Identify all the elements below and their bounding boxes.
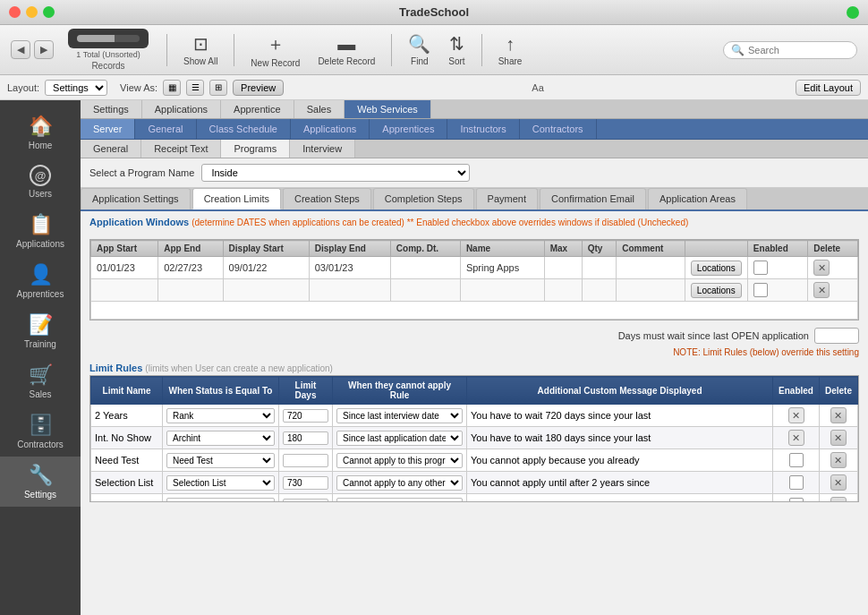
search-box: 🔍 (723, 41, 857, 59)
forward-button[interactable]: ▶ (34, 40, 54, 59)
tab2-apprentices[interactable]: Apprentices (370, 119, 447, 139)
limit-delete-btn-3[interactable]: ✕ (830, 452, 847, 468)
tab-apprentice[interactable]: Apprentice (221, 100, 294, 118)
back-button[interactable]: ◀ (11, 40, 30, 59)
preview-button[interactable]: Preview (233, 80, 284, 96)
show-all-action[interactable]: ⊡ Show All (178, 33, 223, 66)
share-action[interactable]: ↑ Share (493, 34, 528, 66)
limit-enabled-checkbox-3[interactable] (789, 453, 804, 467)
app-windows-table-scroll[interactable]: App Start App End Display Start Display … (90, 240, 858, 320)
view-card-button[interactable]: ▦ (163, 80, 181, 96)
limit-days-input-1[interactable] (283, 409, 328, 423)
sub-tab-confirmation-email[interactable]: Confirmation Email (540, 188, 646, 209)
sub-tab-application-areas[interactable]: Application Areas (648, 188, 747, 209)
view-list-button[interactable]: ☰ (186, 80, 204, 96)
close-button[interactable] (9, 6, 21, 18)
view-table-button[interactable]: ⊞ (209, 80, 227, 96)
tab2-class-schedule[interactable]: Class Schedule (197, 119, 291, 139)
delete-record-action[interactable]: ▬ Delete Record (312, 34, 380, 66)
limit-days-input-2[interactable] (283, 431, 328, 445)
sub-tab-payment[interactable]: Payment (476, 188, 538, 209)
locations-button-2[interactable]: Locations (691, 283, 742, 298)
tab2-general[interactable]: General (135, 119, 196, 139)
sidebar-item-training[interactable]: 📝 Training (0, 306, 81, 356)
tab-web-services[interactable]: Web Services (345, 100, 431, 118)
limit-status-select-2[interactable]: Archint (166, 431, 275, 446)
limit-status-select-3[interactable]: Need Test (166, 453, 275, 468)
records-progress-fill (77, 35, 115, 42)
limit-days-input-5[interactable] (283, 499, 328, 502)
limit-days-input-3[interactable] (283, 454, 328, 467)
limit-rules-scroll[interactable]: Limit Name When Status is Equal To Limit… (90, 376, 858, 501)
tab2-server[interactable]: Server (81, 119, 135, 139)
limit-status-select-5[interactable] (166, 498, 275, 502)
limit-col-days: Limit Days (279, 377, 333, 405)
qty-cell-2 (582, 279, 616, 302)
app-start-cell-2 (91, 279, 158, 302)
tab2-contractors[interactable]: Contractors (520, 119, 597, 139)
limit-rule-select-3[interactable]: Cannot apply to this program (336, 453, 463, 468)
sub-tab-creation-limits[interactable]: Creation Limits (192, 188, 281, 209)
col-comp-dt: Comp. Dt. (390, 241, 460, 257)
limit-rule-select-1[interactable]: Since last interview date (336, 408, 463, 423)
locations-button-1[interactable]: Locations (691, 261, 742, 276)
tab2-applications[interactable]: Applications (291, 119, 370, 139)
note-text: NOTE: Limit Rules (below) override this … (81, 347, 868, 357)
sidebar-item-home[interactable]: 🏠 Home (0, 107, 81, 158)
tab3-interview[interactable]: Interview (290, 140, 355, 158)
limit-rule-select-5[interactable] (336, 498, 463, 502)
sidebar-item-contractors[interactable]: 🗄️ Contractors (0, 406, 81, 457)
wait-days-input[interactable] (814, 328, 859, 344)
tab-sales[interactable]: Sales (294, 100, 345, 118)
tab3-general[interactable]: General (81, 140, 141, 158)
sub-tab-completion-steps[interactable]: Completion Steps (373, 188, 474, 209)
maximize-button[interactable] (43, 6, 55, 18)
limit-delete-2: ✕ (819, 427, 857, 449)
sub-tab-application-settings[interactable]: Application Settings (81, 188, 191, 209)
limit-enabled-checkbox-4[interactable] (789, 475, 804, 490)
enabled-checkbox-1[interactable] (753, 261, 768, 275)
tab-applications[interactable]: Applications (142, 100, 221, 118)
sidebar-item-apprentices[interactable]: 👤 Apprentices (0, 256, 81, 306)
sidebar-item-applications[interactable]: 📋 Applications (0, 206, 81, 256)
limit-rule-1: Since last interview date (333, 405, 467, 427)
new-record-action[interactable]: ＋ New Record (245, 32, 305, 68)
enabled-checkbox-2[interactable] (753, 283, 768, 297)
tab2-instructors[interactable]: Instructors (447, 119, 519, 139)
sort-action[interactable]: ⇅ Sort (443, 33, 470, 66)
new-record-icon: ＋ (267, 32, 285, 56)
tab3-receipt-text[interactable]: Receipt Text (141, 140, 221, 158)
program-select[interactable]: Inside Outside General (201, 164, 470, 182)
sub-tab-creation-steps[interactable]: Creation Steps (283, 188, 371, 209)
limit-enabled-btn-2[interactable]: ✕ (788, 430, 804, 446)
sidebar-item-settings[interactable]: 🔧 Settings (0, 457, 81, 507)
limit-days-4 (279, 472, 333, 494)
limit-status-select-1[interactable]: Rank (166, 408, 275, 423)
tab3-programs[interactable]: Programs (221, 140, 290, 158)
delete-row-1-button[interactable]: ✕ (813, 260, 830, 276)
edit-layout-button[interactable]: Edit Layout (796, 80, 861, 96)
find-action[interactable]: 🔍 Find (403, 33, 436, 66)
layout-select[interactable]: Settings (45, 80, 107, 96)
limit-delete-btn-2[interactable]: ✕ (830, 430, 847, 446)
limit-rule-select-4[interactable]: Cannot apply to any other (336, 475, 463, 491)
limit-status-select-4[interactable]: Selection List (166, 475, 275, 491)
tab-settings[interactable]: Settings (81, 100, 142, 118)
limit-rule-select-2[interactable]: Since last application date (336, 431, 463, 446)
limit-days-input-4[interactable] (283, 476, 328, 490)
limit-delete-3: ✕ (819, 449, 857, 472)
enabled-cell-2 (747, 279, 807, 302)
limit-delete-btn-5[interactable]: ✕ (830, 497, 847, 501)
delete-row-2-button[interactable]: ✕ (813, 282, 830, 298)
show-all-label: Show All (183, 56, 217, 66)
limit-delete-btn-1[interactable]: ✕ (830, 407, 847, 423)
minimize-button[interactable] (26, 6, 38, 18)
records-label: Records (91, 61, 124, 71)
sidebar-item-sales[interactable]: 🛒 Sales (0, 356, 81, 406)
limit-delete-btn-4[interactable]: ✕ (830, 474, 847, 491)
limit-enabled-checkbox-5[interactable] (789, 498, 804, 501)
limit-enabled-1: ✕ (773, 405, 820, 427)
sidebar-item-users[interactable]: @ Users (0, 158, 81, 206)
search-input[interactable] (748, 45, 849, 56)
limit-enabled-btn-1[interactable]: ✕ (788, 407, 804, 423)
